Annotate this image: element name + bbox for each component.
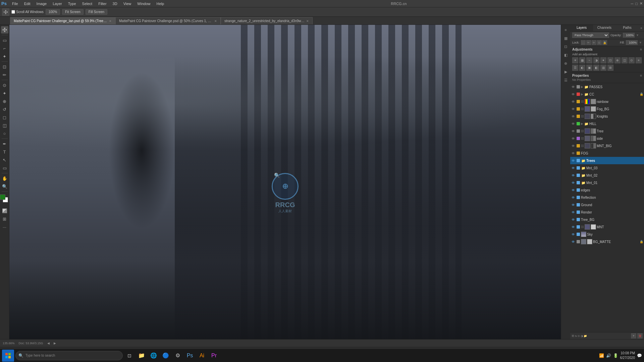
shape-tool[interactable]: ▭ [1,164,8,172]
edge-btn[interactable]: 🌐 [148,350,159,361]
visibility-sky[interactable]: 👁 [571,232,576,237]
sound-icon[interactable]: 🔊 [606,353,611,358]
visibility-cc[interactable]: 👁 [571,92,576,97]
visibility-tree[interactable]: 👁 [571,129,576,133]
visibility-hill[interactable]: 👁 [571,121,576,126]
pen-tool[interactable]: ✒ [1,140,8,147]
colorlookup-adj-icon[interactable]: ☰ [572,65,578,71]
visibility-reflection[interactable]: 👁 [571,195,576,200]
menu-3d[interactable]: 3D [110,1,120,6]
layer-row-mntbig[interactable]: 👁 ⛓ MNT_BIG [570,142,644,149]
layer-row-mnt01[interactable]: 👁 📁 Mnt_01 [570,179,644,186]
layer-row-sky[interactable]: 👁 Sky [570,231,644,238]
tab-0[interactable]: MattePaint CG Paintover Challenge_Ian.ps… [10,17,115,24]
brightness-adj-icon[interactable]: ☀ [572,57,578,63]
gradient-tool[interactable]: ◫ [1,122,8,129]
color-swatches[interactable] [0,194,10,204]
panel-option-5[interactable]: ☰ [562,76,570,84]
layer-row-render[interactable]: 👁 Render [570,208,644,216]
opacity-input[interactable] [623,33,635,38]
layer-row-trees[interactable]: 👁 📁 Trees [570,157,644,164]
levels-adj-icon[interactable]: ▦ [579,57,585,63]
layer-row-treebg[interactable]: 👁 Tree_BG [570,216,644,223]
fit-screen-btn[interactable]: Fit Screen [62,9,84,15]
expand-panel-btn[interactable]: ≡ [562,26,570,34]
layer-row-hill[interactable]: 👁 ▶ 📁 HILL [570,120,644,127]
visibility-mnt01[interactable]: 👁 [571,180,576,185]
layer-row-passes[interactable]: 👁 ▶ 📁 PASSES [570,83,644,90]
layer-row-mnt02[interactable]: 👁 📁 Mnt_02 [570,172,644,179]
menu-file[interactable]: File [9,1,21,6]
menu-filter[interactable]: Filter [96,1,109,6]
layer-arr-passes[interactable]: ▶ [581,85,583,88]
layer-row-side[interactable]: 👁 ⛓ side [570,135,644,142]
visibility-ground[interactable]: 👁 [571,202,576,207]
layer-row-fog[interactable]: 👁 FOG [570,149,644,157]
explorer-btn[interactable]: 📁 [136,350,147,361]
opacity-dropdown[interactable]: ▼ [636,34,639,37]
channelmixer-adj-icon[interactable]: ≡ [636,57,642,63]
tab-1-close[interactable]: ✕ [214,19,217,23]
tab-2[interactable]: strange_nature_2_unrestricted_by_elandri… [221,17,313,24]
magic-wand-tool[interactable]: ✦ [1,53,8,60]
fill-screen-btn[interactable]: Fill Screen [86,9,107,15]
tab-2-close[interactable]: ✕ [306,19,309,23]
menu-type[interactable]: Type [65,1,79,6]
system-clock[interactable]: 10:08 PM 6/27/2020 [620,351,635,360]
layer-row-knights[interactable]: 👁 ⛓ Knights [570,113,644,120]
play-btn[interactable]: ▶ [562,68,570,75]
path-select-tool[interactable]: ↖ [1,156,8,164]
scroll-all-check[interactable]: Scroll All Windows [11,10,44,14]
maximize-btn[interactable]: □ [635,2,638,6]
layers-list[interactable]: 👁 ▶ 📁 PASSES 👁 ▶ 📁 CC 🔒 👁 ⛓ [570,83,644,332]
layer-row-rainbow[interactable]: 👁 ⛓ rainbow [570,98,644,105]
foreground-color-swatch[interactable] [0,194,5,200]
search-bar[interactable]: 🔍 Type here to search [15,351,123,360]
layers-panel-menu[interactable]: ≡ [639,25,644,31]
colorbalance-adj-icon[interactable]: ⊕ [614,57,621,63]
posterize-adj-icon[interactable]: ▣ [586,65,592,71]
lock-transparent-btn[interactable]: ⬚ [581,40,586,45]
visibility-mntbig[interactable]: 👁 [571,143,576,148]
visibility-mnt[interactable]: 👁 [571,225,576,229]
menu-window[interactable]: Window [135,1,153,6]
menu-view[interactable]: View [121,1,134,6]
menu-help[interactable]: Help [154,1,167,6]
move-tool[interactable] [1,26,8,34]
menu-select[interactable]: Select [79,1,95,6]
zoom-100-btn[interactable]: 100% [46,9,60,15]
battery-icon[interactable]: 🔋 [613,353,618,358]
more-tools-btn[interactable]: ··· [1,223,8,231]
bw-adj-icon[interactable]: ◫ [622,57,628,63]
spot-heal-tool[interactable]: ⊙ [1,81,8,89]
pr-taskbar-btn[interactable]: Pr [209,350,219,361]
eyedropper-tool[interactable]: ✏ [1,71,8,78]
history-brush-tool[interactable]: ↺ [1,106,8,113]
lock-position-btn[interactable]: ✛ [592,40,596,45]
new-layer-btn[interactable]: + [631,333,636,339]
panel-option-3[interactable]: ◧ [562,51,570,59]
prop-panel-collapse[interactable]: ≡ [640,74,642,77]
layer-row-cc[interactable]: 👁 ▶ 📁 CC 🔒 [570,90,644,98]
visibility-trees[interactable]: 👁 [571,158,576,163]
visibility-fog[interactable]: 👁 [571,151,576,156]
visibility-side[interactable]: 👁 [571,136,576,141]
scroll-right[interactable]: ▶ [54,342,56,345]
type-tool[interactable]: T [1,148,8,156]
quick-mask-btn[interactable] [1,207,8,215]
canvas-area[interactable]: ⊕ RRCG 人人素材 🔍 [9,25,561,339]
chrome-btn[interactable]: 🔵 [160,350,171,361]
scroll-left[interactable]: ◀ [47,342,50,345]
ps-taskbar-btn[interactable]: Ps [184,350,195,361]
panel-option-1[interactable]: ▦ [562,35,570,42]
layer-row-mnt03[interactable]: 👁 📁 Mnt_03 [570,164,644,172]
minimize-btn[interactable]: ─ [631,2,634,6]
vibrance-adj-icon[interactable]: ✦ [600,57,606,63]
tab-0-close[interactable]: ✕ [109,19,112,23]
visibility-render[interactable]: 👁 [571,210,576,215]
visibility-mnt02[interactable]: 👁 [571,173,576,178]
threshold-adj-icon[interactable]: ◧ [593,65,599,71]
layer-arr-hill[interactable]: ▶ [581,122,583,125]
menu-layer[interactable]: Layer [50,1,65,6]
hand-tool[interactable]: ✋ [1,175,8,182]
